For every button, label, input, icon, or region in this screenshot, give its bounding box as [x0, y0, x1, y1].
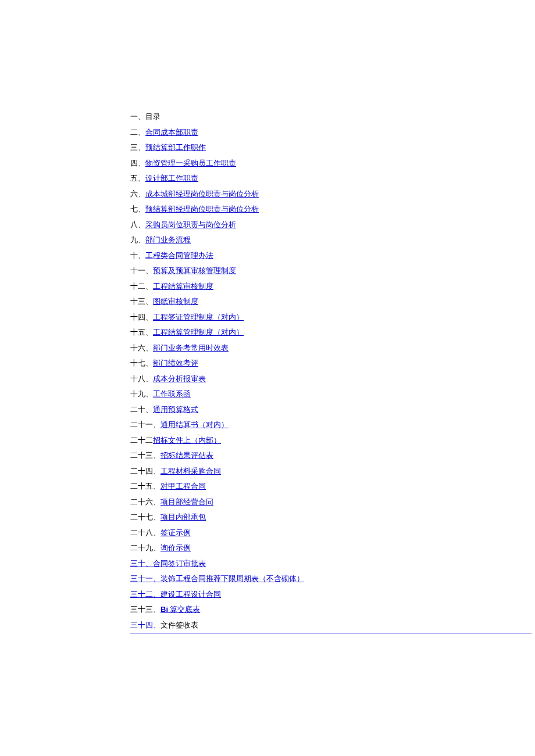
toc-item: 十四、工程签证管理制度（对内） — [130, 310, 405, 325]
toc-item: 二十七、项目内部承包 — [130, 510, 405, 525]
toc-prefix: 八、 — [130, 220, 145, 229]
toc-item: 三、预结算部工作职作 — [130, 140, 405, 156]
toc-item: 二十九、询价示例 — [130, 540, 405, 556]
toc-link[interactable]: Bi 算交底表 — [160, 605, 200, 614]
toc-link[interactable]: 招标结果评估表 — [160, 451, 213, 460]
toc-prefix: 三十四、 — [130, 621, 160, 629]
toc-prefix: 二十七、 — [130, 513, 160, 521]
toc-item: 八、采购员岗位职责与岗位分析 — [130, 217, 405, 233]
toc-link[interactable]: 工程材料采购合同 — [160, 467, 221, 475]
toc-item: 三十二、建设工程设计合同 — [130, 587, 405, 603]
toc-item: 三十三、Bi 算交底表 — [130, 602, 405, 618]
toc-link[interactable]: 合同成本部职责 — [145, 128, 198, 137]
toc-item: 二十八、签证示例 — [130, 525, 405, 541]
toc-link[interactable]: 工程签证管理制度（对内） — [153, 313, 244, 321]
toc-item: 四、物资管理一采购员工作职责 — [130, 156, 405, 171]
toc-prefix: 七、 — [130, 205, 145, 213]
toc-link[interactable]: 签证示例 — [160, 528, 191, 537]
toc-prefix: 十、 — [130, 251, 145, 260]
toc-prefix: 十八、 — [130, 374, 153, 383]
toc-link[interactable]: 询价示例 — [160, 543, 191, 552]
toc-item: 七、预结算部经理岗位职责与岗位分析 — [130, 202, 405, 217]
toc-link[interactable]: 物资管理一采购员工作职责 — [145, 159, 236, 167]
toc-prefix: 十三、 — [130, 297, 153, 306]
toc-item: 二十三、招标结果评估表 — [130, 448, 405, 464]
toc-link[interactable]: 预算及预算审核管理制度 — [153, 266, 236, 275]
toc-page: 一、目录二、合同成本部职责三、预结算部工作职作四、物资管理一采购员工作职责五、设… — [0, 0, 405, 633]
toc-link[interactable]: 项目内部承包 — [160, 513, 206, 521]
toc-prefix: 二十九、 — [130, 543, 160, 552]
toc-prefix: 二十三、 — [130, 451, 160, 460]
toc-prefix: 十一、 — [130, 266, 153, 275]
toc-list: 一、目录二、合同成本部职责三、预结算部工作职作四、物资管理一采购员工作职责五、设… — [130, 109, 405, 602]
toc-item: 二十四、工程材料采购合同 — [130, 464, 405, 479]
toc-prefix: 二十、 — [130, 405, 153, 414]
toc-item: 十二、工程结算审核制度 — [130, 279, 405, 295]
toc-link[interactable]: 部门绩效考评 — [153, 359, 198, 367]
toc-item: 十八、成本分析报审表 — [130, 371, 405, 387]
toc-link[interactable]: 三十一、装饰工程合同推荐下限周期表（不含砌体） — [130, 574, 304, 583]
toc-link[interactable]: 预结算部工作职作 — [145, 143, 206, 152]
toc-link[interactable]: 工程结算管理制度（对内） — [153, 328, 244, 336]
toc-item: 三十四、文件签收表 — [130, 618, 405, 634]
toc-link[interactable]: 通用预算格式 — [153, 405, 198, 414]
toc-item: 十五、工程结算管理制度（对内） — [130, 325, 405, 341]
toc-item: 十、工程类合同管理办法 — [130, 248, 405, 264]
toc-link[interactable]: 成本城部经理岗位职责与岗位分析 — [145, 189, 259, 198]
toc-link[interactable]: 工程类合同管理办法 — [145, 251, 213, 260]
toc-item: 十六、部门业务考常用时效表 — [130, 341, 405, 356]
toc-prefix: 十二、 — [130, 282, 153, 291]
toc-item: 十一、预算及预算审核管理制度 — [130, 263, 405, 279]
toc-link[interactable]: 图纸审核制度 — [153, 297, 198, 306]
toc-link[interactable]: 采购员岗位职责与岗位分析 — [145, 220, 236, 229]
toc-prefix: 十七、 — [130, 359, 153, 367]
toc-item: 九、部门业务流程 — [130, 232, 405, 248]
toc-last-line[interactable]: 三十四、文件签收表 — [130, 618, 532, 634]
toc-link[interactable]: 设计部工作职责 — [145, 174, 198, 182]
toc-prefix: 五、 — [130, 174, 145, 182]
toc-link[interactable]: 预结算部经理岗位职责与岗位分析 — [145, 205, 259, 213]
toc-prefix: 二十四、 — [130, 467, 160, 475]
toc-prefix: 九、 — [130, 235, 145, 244]
toc-link[interactable]: 项目部经营合同 — [160, 497, 213, 506]
toc-prefix: 三十三、 — [130, 605, 160, 614]
toc-item: 二十五、对甲工程合同 — [130, 479, 405, 495]
toc-prefix: 二十八、 — [130, 528, 160, 537]
toc-prefix: 二十六、 — [130, 497, 160, 506]
toc-link[interactable]: 工作联系函 — [153, 389, 191, 398]
toc-label-rest: 算交底表 — [168, 605, 200, 614]
toc-prefix: 二、 — [130, 128, 145, 137]
toc-prefix: 二十二 — [130, 436, 153, 445]
toc-prefix: 十四、 — [130, 313, 153, 321]
toc-link[interactable]: 成本分析报审表 — [153, 374, 206, 383]
toc-prefix: 四、 — [130, 159, 145, 167]
toc-prefix: 二十一、 — [130, 420, 160, 429]
toc-item: 二十一、通用结算书（对内） — [130, 417, 405, 433]
toc-link[interactable]: 部门业务流程 — [145, 235, 191, 244]
toc-item: 一、目录 — [130, 109, 405, 125]
toc-link[interactable]: 对甲工程合同 — [160, 482, 206, 490]
toc-prefix: 二十五、 — [130, 482, 160, 490]
toc-item: 三十一、装饰工程合同推荐下限周期表（不含砌体） — [130, 571, 405, 587]
toc-link[interactable]: 招标文件上（内部） — [153, 436, 221, 445]
toc-prefix: 一、 — [130, 112, 145, 121]
toc-link[interactable]: 三十二、建设工程设计合同 — [130, 590, 221, 599]
toc-prefix: 三、 — [130, 143, 145, 152]
toc-item: 二十六、项目部经营合同 — [130, 495, 405, 510]
toc-link[interactable]: 工程结算审核制度 — [153, 282, 213, 291]
toc-item: 三十、合同签订审批表 — [130, 556, 405, 572]
bi-text: Bi — [160, 605, 168, 614]
toc-item: 十七、部门绩效考评 — [130, 356, 405, 371]
toc-item: 二、合同成本部职责 — [130, 125, 405, 141]
toc-prefix: 十六、 — [130, 343, 153, 352]
toc-item: 十三、图纸审核制度 — [130, 294, 405, 310]
toc-item: 二十二招标文件上（内部） — [130, 433, 405, 449]
toc-link[interactable]: 三十、合同签订审批表 — [130, 559, 206, 568]
toc-label: 文件签收表 — [160, 621, 198, 629]
toc-link[interactable]: 通用结算书（对内） — [160, 420, 229, 429]
toc-prefix: 十九、 — [130, 389, 153, 398]
toc-prefix: 六、 — [130, 189, 145, 198]
toc-item: 六、成本城部经理岗位职责与岗位分析 — [130, 187, 405, 202]
toc-item: 二十、通用预算格式 — [130, 402, 405, 418]
toc-link[interactable]: 部门业务考常用时效表 — [153, 343, 229, 352]
